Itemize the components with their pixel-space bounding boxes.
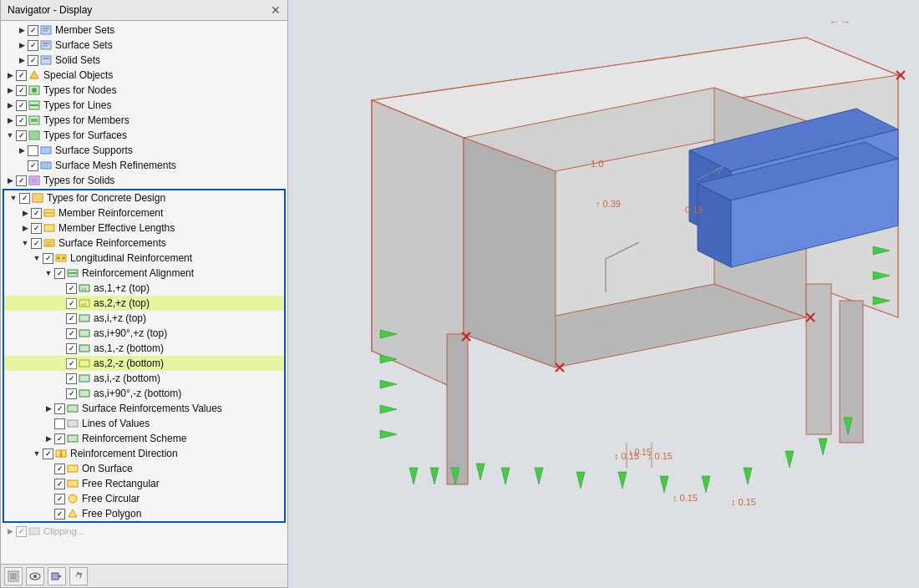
checkbox[interactable] bbox=[66, 373, 77, 384]
footer-display-button[interactable] bbox=[4, 567, 23, 585]
checkbox[interactable] bbox=[16, 130, 27, 141]
tree-item-as1mz-bottom[interactable]: as,1,-z (bottom) bbox=[4, 341, 284, 356]
svg-rect-46 bbox=[68, 405, 78, 412]
checkbox[interactable] bbox=[54, 509, 65, 520]
expand-arrow[interactable] bbox=[16, 144, 28, 156]
checkbox[interactable] bbox=[43, 449, 53, 459]
tree-item-asi90mz-bottom[interactable]: as,i+90°,-z (bottom) bbox=[4, 386, 284, 401]
checkbox[interactable] bbox=[66, 388, 77, 399]
checkbox[interactable] bbox=[16, 526, 27, 537]
expand-arrow bbox=[54, 282, 66, 294]
tree-item-lines-of-values[interactable]: Lines of Values bbox=[4, 416, 284, 431]
tree-item-as2mz-bottom[interactable]: as,2,-z (bottom) bbox=[4, 356, 284, 371]
tree-item-asimz-bottom[interactable]: as,i,-z (bottom) bbox=[4, 371, 284, 386]
checkbox[interactable] bbox=[54, 464, 65, 474]
checkbox[interactable] bbox=[31, 208, 42, 219]
checkbox[interactable] bbox=[54, 433, 65, 444]
expand-arrow[interactable] bbox=[4, 525, 16, 537]
tree-item-on-surface[interactable]: On Surface bbox=[4, 461, 284, 476]
checkbox[interactable] bbox=[28, 145, 38, 156]
checkbox[interactable] bbox=[31, 223, 42, 234]
tree-item-types-members[interactable]: Types for Members bbox=[1, 113, 287, 128]
expand-arrow[interactable] bbox=[4, 114, 16, 126]
expand-arrow[interactable] bbox=[4, 69, 16, 81]
expand-arrow[interactable] bbox=[43, 267, 54, 279]
checkbox[interactable] bbox=[16, 70, 27, 81]
nav-close-button[interactable]: ✕ bbox=[271, 3, 281, 17]
tree-item-as2pz-top[interactable]: +z as,2,+z (top) bbox=[4, 296, 284, 311]
checkbox[interactable] bbox=[54, 494, 65, 504]
checkbox[interactable] bbox=[43, 253, 53, 264]
3d-viewport-svg: ↑ 0.39 ← → 1.0 ↑ 0.39 0.15 ↕ 0.15 ↕ 0.15… bbox=[288, 0, 919, 588]
checkbox[interactable] bbox=[16, 100, 27, 111]
tree-item-reinforcement-alignment[interactable]: Reinforcement Alignment bbox=[4, 266, 284, 281]
checkbox[interactable] bbox=[54, 403, 65, 414]
checkbox[interactable] bbox=[66, 343, 77, 354]
checkbox[interactable] bbox=[66, 313, 77, 324]
footer-eye-button[interactable] bbox=[26, 567, 44, 585]
checkbox[interactable] bbox=[31, 238, 42, 249]
checkbox[interactable] bbox=[28, 55, 38, 66]
tree-item-reinforcement-direction[interactable]: Reinforcement Direction bbox=[4, 446, 284, 461]
checkbox[interactable] bbox=[66, 283, 77, 294]
tree-item-reinforcement-scheme[interactable]: Reinforcement Scheme bbox=[4, 431, 284, 446]
tree-item-member-sets[interactable]: Member Sets bbox=[1, 23, 287, 38]
tree-item-free-polygon[interactable]: Free Polygon bbox=[4, 506, 284, 521]
footer-settings-button[interactable] bbox=[69, 567, 88, 585]
checkbox[interactable] bbox=[19, 193, 30, 204]
checkbox[interactable] bbox=[54, 479, 65, 489]
expand-arrow[interactable] bbox=[19, 222, 31, 234]
tree-item-surface-reinforcements[interactable]: Surface Reinforcements bbox=[4, 236, 284, 251]
checkbox[interactable] bbox=[28, 25, 38, 36]
expand-arrow[interactable] bbox=[19, 207, 31, 219]
expand-arrow[interactable] bbox=[16, 24, 28, 36]
tree-item-surface-sets[interactable]: Surface Sets bbox=[1, 38, 287, 53]
tree-item-special-objects[interactable]: Special Objects bbox=[1, 68, 287, 83]
item-label: as,2,-z (bottom) bbox=[93, 357, 164, 369]
expand-arrow[interactable] bbox=[19, 237, 31, 249]
tree-item-as1pz-top[interactable]: +z as,1,+z (top) bbox=[4, 281, 284, 296]
checkbox[interactable] bbox=[66, 298, 77, 309]
checkbox[interactable] bbox=[28, 40, 38, 51]
expand-arrow[interactable] bbox=[43, 403, 54, 414]
footer-video-button[interactable] bbox=[48, 567, 66, 585]
checkbox[interactable] bbox=[66, 328, 77, 339]
expand-arrow[interactable] bbox=[16, 54, 28, 66]
expand-arrow[interactable] bbox=[4, 84, 16, 96]
tree-item-asi90pz-top[interactable]: as,i+90°,+z (top) bbox=[4, 326, 284, 341]
expand-arrow[interactable] bbox=[8, 192, 19, 204]
item-icon bbox=[78, 387, 91, 400]
checkbox[interactable] bbox=[66, 358, 77, 369]
checkbox[interactable] bbox=[54, 268, 65, 279]
tree-item-types-solids[interactable]: Types for Solids bbox=[1, 173, 287, 188]
expand-arrow[interactable] bbox=[31, 448, 43, 459]
checkbox[interactable] bbox=[16, 115, 27, 126]
checkbox[interactable] bbox=[16, 175, 27, 186]
expand-arrow[interactable] bbox=[4, 99, 16, 111]
tree-item-types-concrete[interactable]: Types for Concrete Design bbox=[4, 190, 284, 205]
expand-arrow[interactable] bbox=[4, 175, 16, 186]
tree-item-longitudinal-reinforcement[interactable]: Longitudinal Reinforcement bbox=[4, 251, 284, 266]
tree-item-member-reinforcement[interactable]: Member Reinforcement bbox=[4, 205, 284, 220]
tree-item-solid-sets[interactable]: Solid Sets bbox=[1, 53, 287, 68]
tree-item-member-effective-lengths[interactable]: Member Effective Lengths bbox=[4, 220, 284, 236]
item-label: Types for Lines bbox=[43, 99, 111, 111]
checkbox[interactable] bbox=[54, 418, 65, 429]
tree-item-free-circular[interactable]: Free Circular bbox=[4, 491, 284, 506]
expand-arrow[interactable] bbox=[16, 39, 28, 51]
tree-item-types-surfaces[interactable]: Types for Surfaces bbox=[1, 128, 287, 143]
expand-arrow[interactable] bbox=[4, 129, 16, 141]
tree-item-clipping[interactable]: Clipping... bbox=[1, 524, 287, 539]
tree-item-types-nodes[interactable]: Types for Nodes bbox=[1, 83, 287, 98]
item-icon bbox=[66, 417, 79, 430]
tree-item-types-lines[interactable]: Types for Lines bbox=[1, 98, 287, 113]
tree-item-surface-mesh[interactable]: Surface Mesh Refinements bbox=[1, 158, 287, 173]
checkbox[interactable] bbox=[28, 160, 38, 171]
tree-item-surface-supports[interactable]: Surface Supports bbox=[1, 143, 287, 158]
tree-item-surface-reinforcements-values[interactable]: Surface Reinforcements Values bbox=[4, 401, 284, 416]
checkbox[interactable] bbox=[16, 85, 27, 96]
tree-item-free-rectangular[interactable]: Free Rectangular bbox=[4, 476, 284, 491]
expand-arrow[interactable] bbox=[31, 252, 43, 264]
expand-arrow[interactable] bbox=[43, 433, 54, 444]
tree-item-asipz-top[interactable]: as,i,+z (top) bbox=[4, 311, 284, 326]
